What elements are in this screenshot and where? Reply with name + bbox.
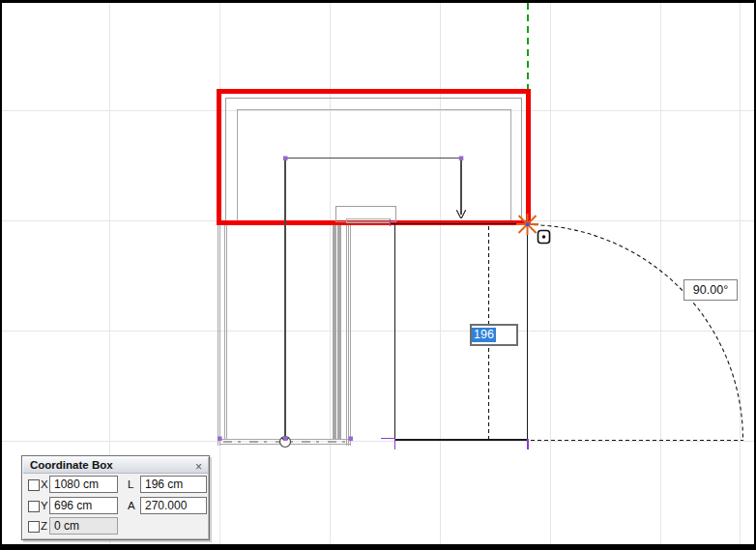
x-lock-checkbox[interactable]	[28, 479, 40, 491]
coordinate-box-title: Coordinate Box	[30, 459, 113, 471]
a-field[interactable]	[140, 497, 207, 514]
x-field[interactable]	[49, 476, 118, 493]
y-lock-checkbox[interactable]	[28, 501, 40, 512]
length-tracker-input[interactable]: 196	[470, 324, 518, 346]
angle-arc-90deg	[528, 225, 743, 441]
coordinate-row-x: X L	[22, 476, 209, 495]
walking-line-handle[interactable]	[283, 157, 288, 161]
coordinate-box-palette[interactable]: Coordinate Box × X L Y A Z	[21, 455, 210, 540]
x-label: X	[41, 478, 48, 490]
cad-window: 196 90.00° Coordinate Box × X L Y A Z	[0, 0, 756, 550]
l-field[interactable]	[140, 476, 207, 493]
y-field[interactable]	[49, 497, 118, 514]
l-label: L	[128, 478, 133, 490]
close-icon[interactable]: ×	[195, 459, 202, 476]
angle-tracker-label: 90.00°	[683, 279, 738, 301]
length-tracker-value: 196	[472, 328, 496, 342]
stair-hotspot[interactable]	[283, 437, 288, 442]
wall-outline-inner[interactable]	[238, 110, 511, 222]
coordinate-row-z: Z	[22, 517, 209, 536]
wall-outline-outer[interactable]	[226, 99, 522, 222]
selected-wall-rectangle[interactable]	[219, 92, 529, 223]
stair-landing-outline	[336, 207, 396, 222]
walking-line-handle[interactable]	[459, 157, 464, 161]
stair-hotspot[interactable]	[349, 437, 354, 442]
stair-walking-line[interactable]	[280, 157, 467, 448]
stair-hotspot[interactable]	[218, 437, 222, 442]
cursor-badge-icon	[538, 231, 550, 244]
angle-value: 90.00°	[693, 283, 728, 297]
coordinate-box-titlebar[interactable]: Coordinate Box ×	[23, 457, 208, 474]
z-field	[49, 517, 118, 535]
z-lock-checkbox[interactable]	[28, 521, 40, 533]
staircase[interactable]	[218, 225, 352, 446]
coordinate-row-y: Y A	[22, 497, 209, 516]
snap-point-dot	[526, 223, 530, 227]
z-label: Z	[41, 520, 47, 532]
y-label: Y	[41, 500, 48, 511]
a-label: A	[128, 500, 135, 511]
